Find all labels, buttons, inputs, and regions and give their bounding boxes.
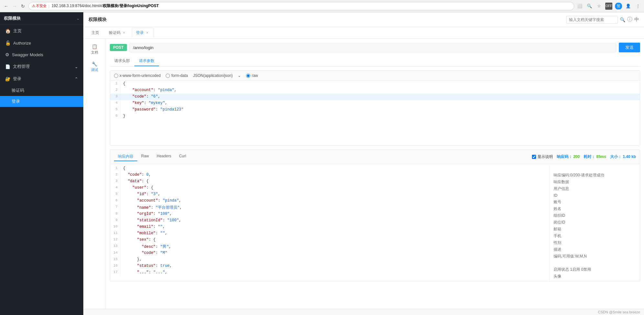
- tab-verify-code[interactable]: 验证码 ×: [105, 28, 130, 38]
- resp-line-7: 7 "name": "平台管理员",: [110, 204, 549, 211]
- resp-line-8: 8 "orgId": "100",: [110, 211, 549, 217]
- sidebar-item-home[interactable]: 🏠 主页: [0, 25, 83, 37]
- translate-icon[interactable]: ⬜: [576, 3, 583, 10]
- response-tab-curl-label: Curl: [179, 154, 186, 158]
- radio-form-data[interactable]: form-data: [166, 73, 188, 78]
- search-icon[interactable]: 🔍: [620, 17, 625, 22]
- authorize-icon: 🔓: [5, 40, 11, 46]
- sub-tab-request-headers-label: 请求头部: [114, 58, 130, 63]
- sub-tab-request-headers[interactable]: 请求头部: [110, 56, 134, 66]
- tab-login[interactable]: 登录 ×: [132, 28, 154, 38]
- pause-icon[interactable]: 已暂停: [615, 3, 622, 10]
- tab-verify-code-close[interactable]: ×: [122, 31, 126, 35]
- radio-form-data-input[interactable]: [166, 74, 170, 78]
- show-desc-label[interactable]: 显示说明: [532, 154, 553, 160]
- radio-urlencoded-input[interactable]: [114, 74, 118, 78]
- radio-urlencoded[interactable]: x-www-form-urlencoded: [114, 73, 161, 78]
- resp-desc-5: ID: [550, 192, 640, 199]
- content: 📋 文档 🔧 调试 POST /anno/login 发送: [83, 39, 644, 309]
- browser-actions: ⬜ 🔍 ☆ OFF 已暂停 👤 ⋮: [576, 3, 641, 10]
- bottom-bar: CSDN @Smile sea breeze: [83, 309, 644, 315]
- response-tab-content-label: 响应内容: [118, 154, 133, 159]
- response-time-value: 85ms: [596, 154, 606, 159]
- resp-desc-9: 岗位ID: [550, 219, 640, 226]
- url-text: 192.168.3.19:8764/doc.html#/权限模块/登录/logi…: [51, 3, 571, 9]
- search-icon[interactable]: 🔍: [586, 3, 593, 10]
- resp-desc-11: 手机: [550, 233, 640, 239]
- response-tab-raw[interactable]: Raw: [137, 152, 153, 161]
- topbar-icon-help[interactable]: ⓘ: [627, 16, 632, 23]
- radio-raw[interactable]: raw: [246, 73, 258, 78]
- sidebar-dropdown-icon[interactable]: ⌄: [77, 16, 79, 21]
- sidebar-item-verify-code[interactable]: 验证码: [0, 85, 83, 96]
- topbar-search: 🔍 ⓘ 中: [566, 16, 639, 24]
- sidebar-item-authorize-label: Authorize: [13, 41, 31, 46]
- radio-raw-input[interactable]: [246, 74, 250, 78]
- sidebar-group-login-label: 登录: [13, 76, 21, 82]
- response-size-value: 1.40 kb: [623, 154, 636, 159]
- request-body: x-www-form-urlencoded form-data JSON(app…: [110, 70, 640, 146]
- response-tab-content[interactable]: 响应内容: [114, 152, 137, 161]
- right-panel: POST /anno/login 发送 请求头部 请求参数: [106, 39, 644, 309]
- resp-desc-15: [550, 260, 640, 266]
- resp-desc-7: 姓名: [550, 205, 640, 212]
- left-panel-doc[interactable]: 📋 文档: [85, 42, 104, 57]
- response-time-label: 耗时：: [584, 154, 595, 159]
- method-badge: POST: [110, 44, 127, 51]
- sidebar-item-login[interactable]: 登录: [0, 96, 83, 107]
- resp-desc-1: [550, 165, 640, 172]
- forward-button[interactable]: →: [11, 3, 18, 10]
- topbar-icon-lang[interactable]: 中: [634, 17, 639, 23]
- sidebar-item-swagger-models-label: Swagger Models: [12, 52, 43, 57]
- menu-icon[interactable]: ⋮: [634, 3, 641, 10]
- sidebar: 权限模块 ⌄ 🏠 主页 🔓 Authorize ⚙ Swagger Models…: [0, 12, 83, 315]
- sidebar-item-verify-code-label: 验证码: [12, 88, 24, 93]
- main: 权限模块 🔍 ⓘ 中 主页 验证码 × 登录 ×: [83, 12, 644, 315]
- address-bar[interactable]: ⚠ 不安全 | 192.168.3.19:8764/doc.html#/权限模块…: [28, 2, 574, 10]
- show-desc-checkbox[interactable]: [532, 155, 536, 159]
- left-panel-doc-label: 文档: [91, 50, 98, 55]
- app: 权限模块 ⌄ 🏠 主页 🔓 Authorize ⚙ Swagger Models…: [0, 12, 644, 315]
- resp-desc-13: 描述: [550, 246, 640, 253]
- response-tab-headers[interactable]: Headers: [153, 152, 175, 161]
- sidebar-item-home-label: 主页: [13, 28, 22, 34]
- reload-button[interactable]: ↻: [19, 3, 26, 10]
- sidebar-header[interactable]: 权限模块 ⌄: [0, 12, 83, 25]
- sidebar-group-login-left: 🔐 登录: [5, 76, 21, 82]
- sidebar-group-login-header[interactable]: 🔐 登录 ⌃: [0, 73, 83, 85]
- response-tabs: 响应内容 Raw Headers Curl: [114, 152, 190, 161]
- sidebar-sub-login: 验证码 登录: [0, 85, 83, 107]
- code-line-4: 4 "key": "mykey",: [110, 100, 640, 107]
- tab-home[interactable]: 主页: [87, 28, 103, 38]
- json-select-label: JSON(application/json): [193, 73, 233, 78]
- tabs-bar: 主页 验证码 × 登录 ×: [83, 27, 644, 39]
- sidebar-group-doc-manage-label: 文档管理: [13, 64, 30, 69]
- extension-off-icon[interactable]: OFF: [605, 3, 612, 10]
- sidebar-item-swagger-models[interactable]: ⚙ Swagger Models: [0, 49, 83, 60]
- sidebar-group-doc-manage-header[interactable]: 📄 文档管理 ⌄: [0, 60, 83, 73]
- response-time: 耗时： 85ms: [584, 154, 606, 160]
- tab-login-close[interactable]: ×: [145, 31, 150, 35]
- sidebar-item-authorize[interactable]: 🔓 Authorize: [0, 37, 83, 49]
- left-panel-debug[interactable]: 🔧 调试: [85, 59, 104, 74]
- response-tab-curl[interactable]: Curl: [175, 152, 190, 161]
- response-header: 响应内容 Raw Headers Curl: [110, 150, 640, 164]
- code-editor[interactable]: 1 { 2 "account": "pinda", 3 "code": "6",: [110, 81, 640, 145]
- bookmark-icon[interactable]: ☆: [596, 3, 603, 10]
- browser-chrome: ← → ↻ ⚠ 不安全 | 192.168.3.19:8764/doc.html…: [0, 0, 644, 12]
- json-select-dropdown[interactable]: ⌄: [238, 73, 241, 78]
- sidebar-item-login-label: 登录: [12, 99, 20, 104]
- resp-line-13: 13 "desc": "男",: [110, 243, 549, 250]
- chevron-up-icon: ⌃: [75, 77, 78, 81]
- send-button[interactable]: 发送: [619, 43, 640, 52]
- radio-form-data-label: form-data: [171, 73, 188, 78]
- back-button[interactable]: ←: [3, 3, 10, 10]
- left-panel: 📋 文档 🔧 调试: [83, 39, 106, 309]
- resp-line-2: 2 "code": 0,: [110, 172, 549, 178]
- search-input[interactable]: [566, 16, 618, 24]
- resp-line-12: 12 "sex": {: [110, 237, 549, 243]
- profile-icon[interactable]: 👤: [625, 3, 632, 10]
- sub-tab-request-params[interactable]: 请求参数: [134, 56, 159, 66]
- response-meta: 显示说明 响应码： 200 耗时： 85ms 大小：: [532, 154, 636, 160]
- response-status-code: 200: [573, 154, 580, 159]
